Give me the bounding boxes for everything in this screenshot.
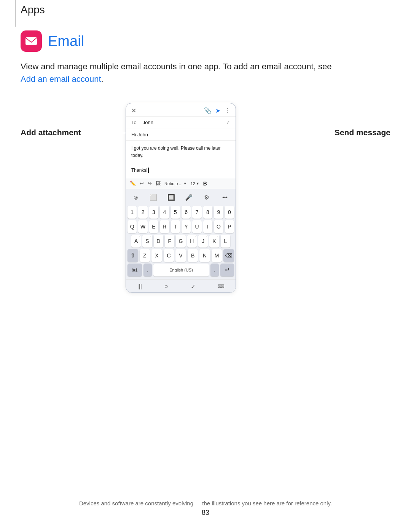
- email-section: Email: [21, 30, 84, 52]
- toolbar-left: ✕: [131, 107, 136, 114]
- nav-bar: ||| ○ ✓ ⌨: [126, 280, 236, 292]
- expand-icon[interactable]: ✓: [226, 120, 230, 125]
- key-4[interactable]: 4: [160, 206, 169, 219]
- description-text: View and manage multiple email accounts …: [21, 62, 331, 71]
- key-e[interactable]: E: [149, 220, 158, 233]
- attachment-icon[interactable]: 📎: [204, 107, 212, 114]
- key-backspace[interactable]: ⌫: [223, 249, 234, 262]
- number-row: 1 2 3 4 5 6 7 8 9 0: [127, 206, 234, 219]
- key-u[interactable]: U: [192, 220, 201, 233]
- pencil-icon[interactable]: ✏️: [130, 181, 136, 186]
- key-n[interactable]: N: [199, 249, 210, 262]
- key-w[interactable]: W: [138, 220, 147, 233]
- key-q[interactable]: Q: [127, 220, 137, 233]
- key-o[interactable]: O: [214, 220, 223, 233]
- add-attachment-label: Add attachment: [21, 128, 81, 137]
- size-selector[interactable]: 12 ▼: [191, 181, 199, 186]
- undo-icon[interactable]: ↩: [140, 181, 144, 186]
- key-enter[interactable]: ↵: [220, 264, 234, 276]
- nav-keyboard-icon[interactable]: ⌨: [218, 284, 224, 289]
- key-9[interactable]: 9: [214, 206, 223, 219]
- key-g[interactable]: G′: [176, 235, 185, 248]
- to-value: John: [143, 120, 220, 125]
- key-l[interactable]: L′: [221, 235, 230, 248]
- more-key[interactable]: •••: [218, 193, 232, 203]
- key-m[interactable]: M: [212, 249, 222, 262]
- key-1[interactable]: 1: [127, 206, 137, 219]
- key-f-label: ′: [173, 235, 173, 238]
- key-s-label: ′: [150, 235, 151, 238]
- key-y[interactable]: Y: [182, 220, 191, 233]
- asdf-row: A′ S′ D′ F′ G′ H′ J′ K′ L′: [127, 235, 234, 248]
- redo-icon[interactable]: ↪: [148, 181, 152, 186]
- qwerty-row: Q W E R T Y U I O P: [127, 220, 234, 233]
- nav-recents-icon[interactable]: ✓: [191, 283, 196, 290]
- cursor: [148, 168, 149, 173]
- key-0[interactable]: 0: [225, 206, 234, 219]
- key-h-label: ′: [195, 235, 196, 238]
- emoji-key[interactable]: ☺: [130, 193, 142, 203]
- key-2[interactable]: 2: [138, 206, 147, 219]
- key-x[interactable]: X: [151, 249, 162, 262]
- key-j[interactable]: J′: [198, 235, 208, 248]
- key-d[interactable]: D′: [154, 235, 163, 248]
- key-a-label: ′: [139, 235, 140, 238]
- key-a[interactable]: A′: [131, 235, 141, 248]
- key-period[interactable]: .: [210, 264, 219, 276]
- key-special-chars[interactable]: !#1: [127, 264, 142, 276]
- key-j-label: ′: [206, 235, 207, 238]
- key-k-label: ′: [217, 235, 218, 238]
- description-block: View and manage multiple email accounts …: [21, 60, 344, 85]
- key-6[interactable]: 6: [182, 206, 191, 219]
- key-f[interactable]: F′: [165, 235, 174, 248]
- to-field[interactable]: To John ✓: [126, 117, 236, 128]
- key-7[interactable]: 7: [192, 206, 201, 219]
- keyboard: ☺ ⬜ 🔲 🎤 ⚙ ••• 1 2 3 4 5 6 7 8 9 0: [126, 189, 236, 280]
- compose-toolbar: ✕ 📎 ➤ ⋮: [126, 103, 236, 117]
- toolbar-right: 📎 ➤ ⋮: [204, 107, 230, 114]
- svg-rect-0: [25, 37, 37, 45]
- more-options-icon[interactable]: ⋮: [224, 107, 230, 114]
- key-k[interactable]: K′: [209, 235, 219, 248]
- key-s[interactable]: S′: [142, 235, 152, 248]
- key-5[interactable]: 5: [171, 206, 180, 219]
- key-v[interactable]: V: [175, 249, 186, 262]
- key-h[interactable]: H′: [187, 235, 197, 248]
- key-comma[interactable]: ,: [143, 264, 152, 276]
- size-dropdown-icon[interactable]: ▼: [196, 182, 199, 185]
- apps-breadcrumb: Apps: [21, 4, 45, 16]
- key-r[interactable]: R: [160, 220, 169, 233]
- key-b[interactable]: B: [188, 249, 198, 262]
- page-border: [15, 0, 16, 27]
- body-field[interactable]: I got you are doing well. Please call me…: [126, 141, 236, 178]
- bold-button[interactable]: B: [203, 181, 207, 187]
- font-selector[interactable]: Roboto ... ▼: [164, 181, 187, 186]
- sticker-key[interactable]: 🔲: [165, 193, 177, 203]
- send-message-label: Send message: [335, 128, 390, 137]
- image-icon[interactable]: 🖼: [156, 181, 161, 186]
- settings-key[interactable]: ⚙: [201, 193, 213, 203]
- compose-area: ✕ 📎 ➤ ⋮ To John ✓ Hi John I got you are …: [126, 103, 236, 292]
- zxcv-row: ⇧ Z X C V B N M ⌫: [127, 249, 234, 262]
- close-icon[interactable]: ✕: [131, 107, 136, 114]
- footer-note: Devices and software are constantly evol…: [0, 500, 411, 506]
- key-i[interactable]: I: [203, 220, 212, 233]
- key-t[interactable]: T: [171, 220, 180, 233]
- send-icon[interactable]: ➤: [215, 107, 220, 114]
- key-3[interactable]: 3: [149, 206, 158, 219]
- key-8[interactable]: 8: [203, 206, 212, 219]
- subject-field[interactable]: Hi John: [126, 128, 236, 141]
- key-shift[interactable]: ⇧: [127, 249, 138, 262]
- key-space[interactable]: English (US): [153, 264, 209, 276]
- key-z[interactable]: Z: [140, 249, 150, 262]
- footer: Devices and software are constantly evol…: [0, 500, 411, 517]
- nav-home-icon[interactable]: ○: [164, 283, 168, 290]
- font-dropdown-icon[interactable]: ▼: [183, 182, 187, 185]
- bottom-row: !#1 , English (US) . ↵: [127, 264, 234, 276]
- key-c[interactable]: C: [164, 249, 174, 262]
- nav-back-icon[interactable]: |||: [137, 283, 142, 290]
- clipboard-key[interactable]: ⬜: [147, 193, 159, 203]
- key-p[interactable]: P: [225, 220, 234, 233]
- add-account-link[interactable]: Add an email account: [21, 74, 101, 84]
- mic-key[interactable]: 🎤: [183, 193, 195, 203]
